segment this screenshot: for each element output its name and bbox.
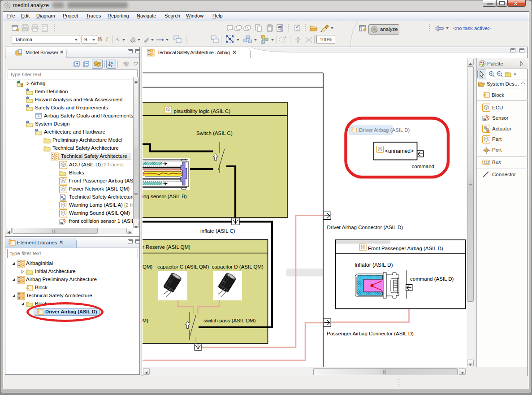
svg-text:<unnamed>: <unnamed> — [385, 148, 414, 154]
svg-text:plausibility logic (ASIL C): plausibility logic (ASIL C) — [174, 109, 231, 114]
svg-text:command: command — [412, 164, 435, 169]
svg-text:switch pass (ASIL QM): switch pass (ASIL QM) — [203, 318, 256, 323]
svg-text:capacitor D (ASIL QM): capacitor D (ASIL QM) — [212, 264, 264, 269]
svg-text:capacitor C (ASIL QM): capacitor C (ASIL QM) — [157, 264, 209, 269]
svg-text:command (ASIL D): command (ASIL D) — [410, 276, 454, 282]
svg-text:Driver Airbag Connector (ASIL: Driver Airbag Connector (ASIL D) — [327, 225, 403, 230]
svg-text:QM): QM) — [143, 264, 153, 269]
svg-text:r Reserve (ASIL QM): r Reserve (ASIL QM) — [143, 244, 190, 250]
svg-text:ing sensor (ASIL B): ing sensor (ASIL B) — [143, 194, 187, 199]
svg-text:Front Passenger Airbag (ASIL D: Front Passenger Airbag (ASIL D) — [368, 246, 443, 251]
svg-text:z: z — [111, 64, 112, 68]
svg-text:M): M) — [143, 318, 148, 323]
svg-text:Driver Airbag (ASIL D): Driver Airbag (ASIL D) — [359, 127, 410, 133]
svg-text:Switch (ASIL C): Switch (ASIL C) — [196, 130, 233, 136]
svg-text:+: + — [247, 26, 248, 29]
svg-text:Inflator (ASIL D): Inflator (ASIL D) — [355, 262, 393, 268]
svg-text:inflate (ASIL C): inflate (ASIL C) — [200, 228, 235, 234]
svg-text:Passenger Airbag Connector (AS: Passenger Airbag Connector (ASIL D) — [327, 331, 414, 336]
